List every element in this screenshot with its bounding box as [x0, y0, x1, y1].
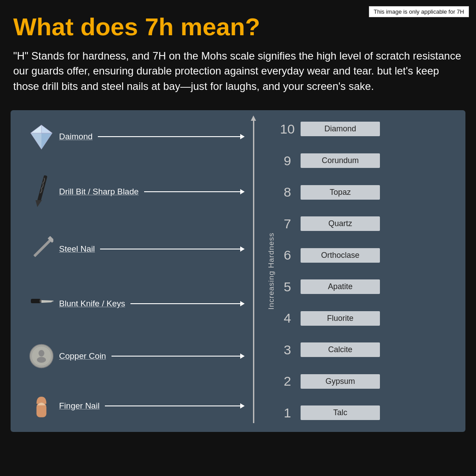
- scale-number-8: 8: [279, 185, 295, 200]
- coin-icon-container: [24, 343, 59, 369]
- main-title: What does 7h mean?: [13, 13, 463, 41]
- notice-text: This image is only applicable for 7H: [374, 8, 464, 15]
- item-label-arrow-diamond: Daimond: [59, 132, 244, 141]
- item-row-diamond: Daimond: [24, 123, 244, 150]
- item-label-diamond: Daimond: [59, 132, 93, 141]
- scale-number-3: 3: [279, 342, 295, 357]
- scale-column: 10Diamond9Corundum8Topaz7Quartz6Orthocla…: [279, 119, 452, 423]
- arrow-drill: [144, 191, 244, 192]
- mineral-box-orthoclase: Orthoclase: [301, 248, 380, 263]
- diamond-icon-container: [24, 123, 59, 150]
- scale-number-7: 7: [279, 216, 295, 231]
- coin-svg-icon: [29, 343, 54, 369]
- mineral-box-diamond: Diamond: [301, 122, 380, 136]
- scale-row-3: 3Calcite: [279, 342, 452, 357]
- arrow-knife: [130, 303, 244, 304]
- svg-point-18: [37, 357, 46, 363]
- description-text: "H" Stands for hardness, and 7H on the M…: [13, 48, 463, 94]
- scale-row-10: 10Diamond: [279, 122, 452, 137]
- item-label-arrow-knife: Blunt Knife / Keys: [59, 299, 244, 309]
- items-column: Daimond Drill Bit / Sharp Blade: [24, 119, 244, 423]
- nail-svg-icon: [30, 234, 53, 264]
- svg-point-17: [38, 350, 44, 357]
- item-row-nail: Steel Nail: [24, 234, 244, 264]
- diamond-svg-icon: [27, 123, 56, 150]
- scale-row-7: 7Quartz: [279, 216, 452, 231]
- arrow-coin: [112, 356, 244, 357]
- mineral-box-gypsum: Gypsum: [301, 374, 380, 389]
- scale-number-10: 10: [279, 122, 295, 137]
- scale-row-4: 4Fluorite: [279, 311, 452, 326]
- scale-number-1: 1: [279, 405, 295, 420]
- scale-row-8: 8Topaz: [279, 185, 452, 200]
- svg-rect-9: [33, 238, 52, 257]
- scale-row-1: 1Talc: [279, 405, 452, 420]
- scale-row-6: 6Orthoclase: [279, 248, 452, 263]
- mineral-box-quartz: Quartz: [301, 216, 380, 231]
- item-label-knife: Blunt Knife / Keys: [59, 299, 125, 309]
- scale-number-6: 6: [279, 248, 295, 263]
- svg-rect-12: [40, 300, 41, 302]
- mineral-box-fluorite: Fluorite: [301, 311, 380, 326]
- nail-icon-container: [24, 234, 59, 264]
- drill-icon-container: [24, 174, 59, 209]
- mineral-box-apatite: Apatite: [301, 279, 380, 294]
- scale-number-4: 4: [279, 311, 295, 326]
- mineral-box-talc: Talc: [301, 405, 380, 420]
- item-row-coin: Copper Coin: [24, 343, 244, 369]
- fingernail-svg-icon: [32, 393, 51, 419]
- item-label-fingernail: Finger Nail: [59, 401, 100, 411]
- mineral-box-corundum: Corundum: [301, 153, 380, 168]
- svg-rect-11: [31, 299, 41, 303]
- knife-icon-container: [24, 288, 59, 319]
- item-row-drill: Drill Bit / Sharp Blade: [24, 174, 244, 209]
- axis-column: Increasing Hardness: [244, 119, 279, 423]
- diagram-container: Daimond Drill Bit / Sharp Blade: [11, 110, 465, 432]
- scale-number-5: 5: [279, 279, 295, 294]
- scale-number-2: 2: [279, 374, 295, 389]
- arrow-diamond: [98, 136, 244, 137]
- top-notice: This image is only applicable for 7H: [369, 6, 469, 17]
- item-row-fingernail: Finger Nail: [24, 393, 244, 419]
- mineral-box-calcite: Calcite: [301, 342, 380, 357]
- item-label-arrow-nail: Steel Nail: [59, 244, 244, 254]
- item-label-arrow-drill: Drill Bit / Sharp Blade: [59, 187, 244, 197]
- fingernail-icon-container: [24, 393, 59, 419]
- axis-label: Increasing Hardness: [267, 233, 276, 310]
- item-label-arrow-fingernail: Finger Nail: [59, 401, 244, 411]
- item-row-knife: Blunt Knife / Keys: [24, 288, 244, 319]
- mineral-box-topaz: Topaz: [301, 185, 380, 200]
- item-label-drill: Drill Bit / Sharp Blade: [59, 187, 139, 197]
- svg-rect-7: [37, 175, 47, 201]
- scale-number-9: 9: [279, 153, 295, 168]
- item-label-nail: Steel Nail: [59, 244, 95, 254]
- arrow-nail: [100, 249, 244, 249]
- drill-svg-icon: [32, 174, 51, 209]
- scale-row-2: 2Gypsum: [279, 374, 452, 389]
- arrow-fingernail: [105, 405, 244, 406]
- axis-line: [253, 119, 254, 423]
- item-label-coin: Copper Coin: [59, 351, 106, 361]
- svg-rect-20: [37, 405, 46, 409]
- scale-row-9: 9Corundum: [279, 153, 452, 168]
- knife-svg-icon: [28, 288, 55, 319]
- item-label-arrow-coin: Copper Coin: [59, 351, 244, 361]
- scale-row-5: 5Apatite: [279, 279, 452, 294]
